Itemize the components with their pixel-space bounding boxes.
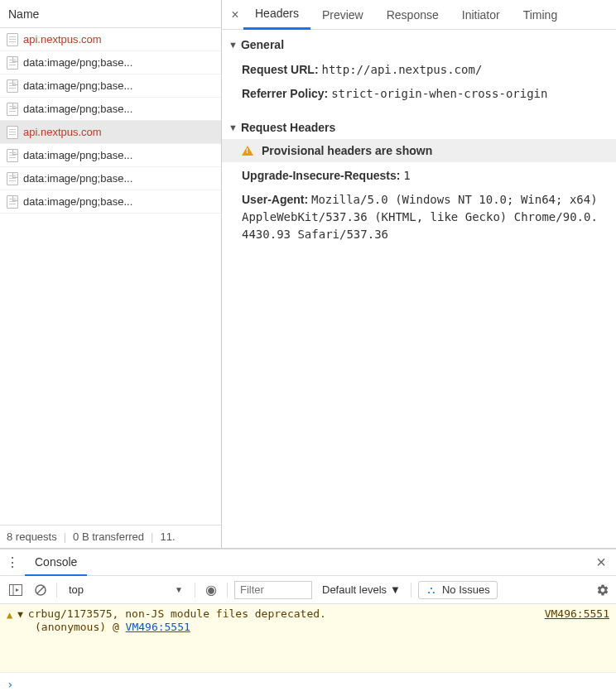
name-column-header[interactable]: Name [0, 0, 221, 28]
collapse-triangle-icon: ▼ [229, 122, 238, 132]
console-settings-button[interactable] [596, 583, 609, 597]
stack-trace-line: (anonymous) @ VM496:5551 [7, 621, 609, 633]
close-drawer-button[interactable]: × [591, 553, 611, 572]
request-row[interactable]: api.nextpus.com [0, 121, 221, 144]
image-file-icon [7, 149, 18, 162]
general-section-header[interactable]: ▼ General [222, 31, 616, 56]
message-source-link[interactable]: VM496:5551 [545, 607, 609, 620]
requests-count: 8 requests [7, 530, 57, 543]
console-warning-message: crbug/1173575, non-JS module files depre… [28, 607, 540, 620]
request-headers-section-header[interactable]: ▼ Request Headers [222, 114, 616, 139]
request-details-panel: × HeadersPreviewResponseInitiatorTiming … [222, 0, 616, 548]
request-name: data:image/png;base... [23, 149, 132, 161]
request-row[interactable]: data:image/png;base... [0, 74, 221, 98]
request-list: api.nextpus.comdata:image/png;base...dat… [0, 28, 221, 525]
console-tab[interactable]: Console [25, 550, 87, 576]
request-name: data:image/png;base... [23, 103, 132, 115]
header-row: User-Agent: Mozilla/5.0 (Windows NT 10.0… [222, 188, 616, 247]
console-prompt[interactable]: › [0, 672, 616, 696]
drawer-tabs: ⋮ Console × [0, 550, 616, 576]
request-row[interactable]: api.nextpus.com [0, 28, 221, 51]
network-status-bar: 8 requests | 0 B transferred | 11. [0, 525, 221, 548]
dropdown-icon: ▼ [390, 583, 401, 596]
request-row[interactable]: data:image/png;base... [0, 167, 221, 190]
status-extra: 11. [160, 530, 175, 543]
console-toolbar: top ▼ ◉ Default levels ▼ ⛬ No Issues [0, 576, 616, 604]
issues-button[interactable]: ⛬ No Issues [418, 581, 498, 599]
image-file-icon [7, 103, 18, 116]
issues-icon: ⛬ [426, 583, 437, 597]
close-details-button[interactable]: × [227, 7, 243, 22]
console-messages: ▲ ▼ crbug/1173575, non-JS module files d… [0, 604, 616, 672]
request-row[interactable]: data:image/png;base... [0, 144, 221, 167]
transferred-size: 0 B transferred [73, 530, 144, 543]
document-file-icon [7, 126, 18, 139]
header-row: Upgrade-Insecure-Requests: 1 [222, 164, 616, 188]
live-expression-button[interactable]: ◉ [202, 581, 220, 599]
drawer-menu-button[interactable]: ⋮ [5, 554, 20, 570]
request-row[interactable]: data:image/png;base... [0, 190, 221, 214]
request-name: data:image/png;base... [23, 79, 132, 92]
toggle-sidebar-button[interactable] [7, 581, 25, 599]
warning-icon [242, 146, 253, 156]
details-tabs: × HeadersPreviewResponseInitiatorTiming [222, 0, 616, 30]
svg-line-4 [37, 587, 44, 593]
tab-headers[interactable]: Headers [243, 0, 310, 30]
request-row[interactable]: data:image/png;base... [0, 51, 221, 74]
headers-content: ▼ General Request URL: http://api.nextpu… [222, 30, 616, 548]
expand-triangle-icon[interactable]: ▼ [17, 609, 23, 620]
stack-source-link[interactable]: VM496:5551 [126, 621, 190, 633]
tab-response[interactable]: Response [375, 0, 450, 30]
tab-timing[interactable]: Timing [512, 0, 570, 30]
filter-input[interactable] [234, 581, 312, 599]
warning-icon: ▲ [7, 609, 12, 621]
request-name: data:image/png;base... [23, 172, 132, 185]
network-requests-panel: Name api.nextpus.comdata:image/png;base.… [0, 0, 222, 548]
image-file-icon [7, 79, 18, 93]
tab-initiator[interactable]: Initiator [450, 0, 512, 30]
header-row: Referrer Policy: strict-origin-when-cros… [222, 82, 616, 106]
collapse-triangle-icon: ▼ [229, 40, 238, 50]
context-selector[interactable]: top ▼ [64, 580, 188, 600]
document-file-icon [7, 33, 18, 46]
tab-preview[interactable]: Preview [310, 0, 375, 30]
image-file-icon [7, 56, 18, 70]
header-row: Request URL: http://api.nextpus.com/ [222, 58, 616, 82]
request-name: data:image/png;base... [23, 195, 132, 208]
svg-marker-2 [16, 588, 19, 592]
request-name: api.nextpus.com [23, 126, 102, 138]
console-drawer: ⋮ Console × top ▼ ◉ Default levels ▼ ⛬ N… [0, 549, 616, 696]
log-levels-selector[interactable]: Default levels ▼ [319, 583, 404, 596]
image-file-icon [7, 172, 18, 185]
image-file-icon [7, 195, 18, 209]
request-row[interactable]: data:image/png;base... [0, 98, 221, 121]
clear-console-button[interactable] [31, 581, 50, 599]
request-name: data:image/png;base... [23, 56, 132, 69]
provisional-headers-warning: Provisional headers are shown [222, 139, 616, 162]
request-name: api.nextpus.com [23, 33, 102, 46]
dropdown-icon: ▼ [175, 585, 183, 594]
